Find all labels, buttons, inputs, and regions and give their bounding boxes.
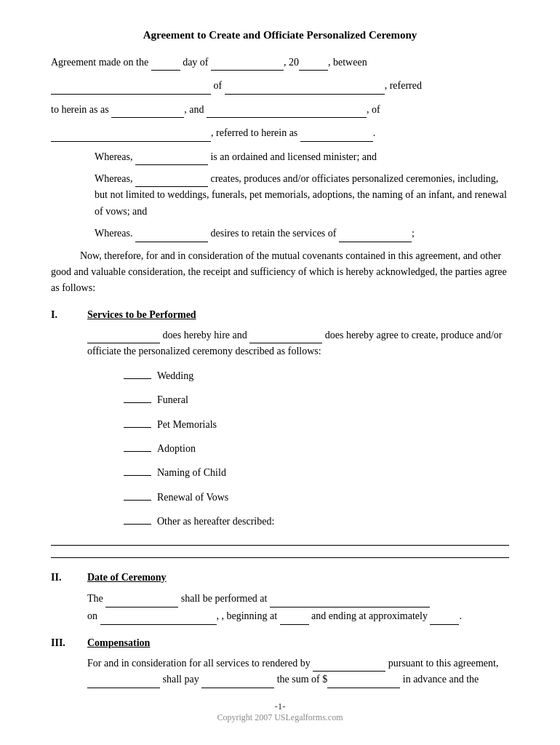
section1-header: I. Services to be Performed bbox=[51, 307, 509, 323]
party1-of-blank[interactable] bbox=[225, 83, 385, 95]
section1-body: does hereby hire and does hereby agree t… bbox=[87, 327, 509, 360]
whereas3-services-blank[interactable] bbox=[339, 231, 412, 242]
day-label: day of bbox=[183, 57, 208, 68]
pet-memorials-label: Pet Memorials bbox=[157, 417, 217, 433]
intro-paragraph: Agreement made on the day of , 20, betwe… bbox=[51, 55, 509, 71]
funeral-label: Funeral bbox=[157, 392, 188, 408]
wedding-label: Wedding bbox=[157, 368, 193, 384]
whereas3-label: Whereas. bbox=[95, 228, 132, 239]
whereas1-label: Whereas, bbox=[95, 151, 132, 162]
section2-header: II. Date of Ceremony bbox=[51, 570, 509, 586]
divider-line-1 bbox=[51, 545, 509, 546]
comp-payee-blank[interactable] bbox=[201, 677, 274, 688]
referred-label: referred bbox=[390, 80, 422, 91]
now-therefore-paragraph: Now, therefore, for and in consideration… bbox=[51, 248, 509, 297]
section2-the: The bbox=[87, 593, 103, 604]
now-therefore-text: Now, therefore, for and in consideration… bbox=[51, 250, 507, 294]
whereas1-paragraph: Whereas, is an ordained and licensed min… bbox=[51, 149, 509, 165]
month-blank[interactable] bbox=[211, 59, 284, 71]
parties-line3: , referred to herein as . bbox=[51, 125, 509, 141]
funeral-check[interactable] bbox=[124, 391, 151, 403]
naming-of-child-item: Naming of Child bbox=[124, 464, 509, 481]
whereas1-text: is an ordained and licensed minister; an… bbox=[210, 151, 377, 162]
section3-body: For and in consideration for all service… bbox=[87, 656, 509, 688]
between-label: between bbox=[333, 57, 367, 68]
and-label: and bbox=[189, 104, 204, 115]
section2-shall: shall be performed at bbox=[181, 593, 268, 604]
document-title: Agreement to Create and Officiate Person… bbox=[51, 29, 509, 41]
comp-person-blank[interactable] bbox=[313, 660, 385, 672]
copyright: Copyright 2007 USLegalforms.com bbox=[0, 712, 560, 723]
herein-as-blank2[interactable] bbox=[300, 130, 373, 142]
day-blank[interactable] bbox=[151, 59, 180, 71]
herein-as-blank1[interactable] bbox=[111, 106, 184, 118]
section3-title: Compensation bbox=[87, 635, 150, 651]
section2-beginning: , beginning at bbox=[222, 610, 278, 621]
agreement-intro-text: Agreement made on the bbox=[51, 57, 148, 68]
section3-shall-pay: shall pay bbox=[163, 674, 199, 685]
section2-end: . bbox=[459, 610, 462, 621]
other-check[interactable] bbox=[124, 513, 151, 525]
comp-amount-blank[interactable] bbox=[327, 677, 400, 688]
hirée-blank[interactable] bbox=[249, 332, 322, 343]
whereas2-blank[interactable] bbox=[135, 175, 208, 187]
parties-line1: of , referred bbox=[51, 78, 509, 94]
funeral-item: Funeral bbox=[124, 391, 509, 408]
adoption-item: Adoption bbox=[124, 440, 509, 457]
naming-label: Naming of Child bbox=[157, 465, 226, 481]
section3-advance: in advance and the bbox=[403, 674, 479, 685]
section3-for: For and in consideration for all service… bbox=[87, 658, 311, 669]
wedding-item: Wedding bbox=[124, 367, 509, 384]
parties-line2: to herein as as , and , of bbox=[51, 102, 509, 118]
section1-title: Services to be Performed bbox=[87, 307, 196, 323]
year-blank[interactable] bbox=[299, 59, 328, 71]
whereas3-text: desires to retain the services of bbox=[210, 228, 336, 239]
section1-num: I. bbox=[51, 307, 87, 323]
adoption-label: Adoption bbox=[157, 441, 196, 457]
section3-header: III. Compensation bbox=[51, 635, 509, 651]
section2-on: on bbox=[87, 610, 97, 621]
to-herein-text: to herein as bbox=[51, 104, 98, 115]
section2-num: II. bbox=[51, 570, 87, 586]
whereas2-label: Whereas, bbox=[95, 173, 132, 184]
naming-check[interactable] bbox=[124, 464, 151, 476]
end-time-blank[interactable] bbox=[430, 613, 459, 625]
divider-line-2 bbox=[51, 557, 509, 558]
renewal-item: Renewal of Vows bbox=[124, 489, 509, 506]
section3-pursuant: pursuant to this agreement, bbox=[388, 658, 499, 669]
comp-agreement-blank[interactable] bbox=[87, 677, 160, 688]
adoption-check[interactable] bbox=[124, 440, 151, 452]
whereas3-end: ; bbox=[412, 228, 415, 239]
pet-memorials-check[interactable] bbox=[124, 416, 151, 428]
section2-ending: and ending at approximately bbox=[311, 610, 428, 621]
party2-of-blank[interactable] bbox=[51, 130, 211, 142]
whereas2-paragraph: Whereas, creates, produces and/or offici… bbox=[51, 171, 509, 220]
renewal-label: Renewal of Vows bbox=[157, 490, 228, 506]
date-blank[interactable] bbox=[100, 613, 217, 625]
whereas3-blank[interactable] bbox=[135, 231, 208, 242]
party2-blank[interactable] bbox=[207, 106, 367, 118]
begin-time-blank[interactable] bbox=[280, 613, 309, 625]
ceremony-name-blank[interactable] bbox=[105, 596, 178, 607]
footer: -1- Copyright 2007 USLegalforms.com bbox=[0, 701, 560, 723]
renewal-check[interactable] bbox=[124, 489, 151, 501]
other-label: Other as hereafter described: bbox=[157, 514, 274, 530]
year-label: 20 bbox=[289, 57, 299, 68]
party1-blank[interactable] bbox=[51, 83, 211, 95]
whereas3-paragraph: Whereas. desires to retain the services … bbox=[51, 226, 509, 242]
section2-body: The shall be performed at on , , beginni… bbox=[87, 590, 509, 625]
section3-sum: the sum of $ bbox=[277, 674, 328, 685]
section3-num: III. bbox=[51, 635, 87, 651]
other-item: Other as hereafter described: bbox=[124, 513, 509, 530]
hirer-blank[interactable] bbox=[87, 332, 160, 343]
section2-title: Date of Ceremony bbox=[87, 570, 167, 586]
pet-memorials-item: Pet Memorials bbox=[124, 416, 509, 433]
document-page: Agreement to Create and Officiate Person… bbox=[0, 0, 560, 745]
whereas1-blank[interactable] bbox=[135, 154, 208, 165]
wedding-check[interactable] bbox=[124, 367, 151, 379]
page-number: -1- bbox=[0, 701, 560, 712]
section1-body1: does hereby hire and bbox=[163, 330, 247, 340]
performed-at-blank[interactable] bbox=[270, 596, 430, 607]
